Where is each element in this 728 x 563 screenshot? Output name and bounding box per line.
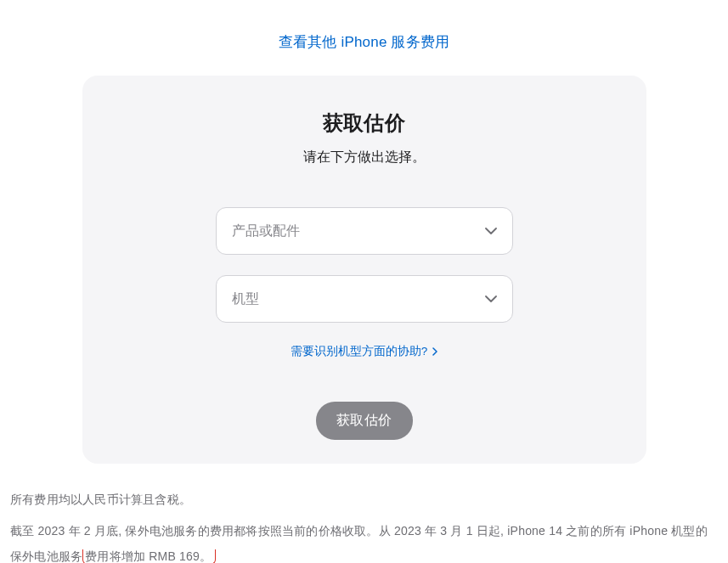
- footer-text: 所有费用均以人民币计算且含税。 截至 2023 年 2 月底, 保外电池服务的费…: [0, 464, 728, 563]
- estimate-card: 获取估价 请在下方做出选择。 产品或配件 机型 需要识别机型方面的协助? 获取估…: [82, 76, 646, 464]
- top-link-container: 查看其他 iPhone 服务费用: [0, 0, 728, 76]
- chevron-down-icon: [485, 228, 497, 234]
- product-select-placeholder: 产品或配件: [232, 222, 300, 240]
- get-estimate-button[interactable]: 获取估价: [316, 402, 413, 440]
- model-select-wrapper: 机型: [216, 275, 513, 323]
- help-link-label: 需要识别机型方面的协助?: [291, 344, 428, 359]
- other-services-link[interactable]: 查看其他 iPhone 服务费用: [279, 34, 450, 50]
- footer-line-2: 截至 2023 年 2 月底, 保外电池服务的费用都将按照当前的价格收取。从 2…: [10, 519, 718, 563]
- product-select[interactable]: 产品或配件: [216, 207, 513, 255]
- chevron-down-icon: [485, 296, 497, 302]
- model-select[interactable]: 机型: [216, 275, 513, 323]
- chevron-right-icon: [432, 347, 437, 356]
- product-select-wrapper: 产品或配件: [216, 207, 513, 255]
- card-title: 获取估价: [82, 110, 646, 137]
- footer-line-1: 所有费用均以人民币计算且含税。: [10, 487, 718, 512]
- model-select-placeholder: 机型: [232, 290, 259, 308]
- identify-model-help-link[interactable]: 需要识别机型方面的协助?: [291, 344, 438, 359]
- help-link-row: 需要识别机型方面的协助?: [82, 343, 646, 359]
- price-increase-highlight: 费用将增加 RMB 169。: [82, 549, 216, 563]
- card-subtitle: 请在下方做出选择。: [82, 149, 646, 166]
